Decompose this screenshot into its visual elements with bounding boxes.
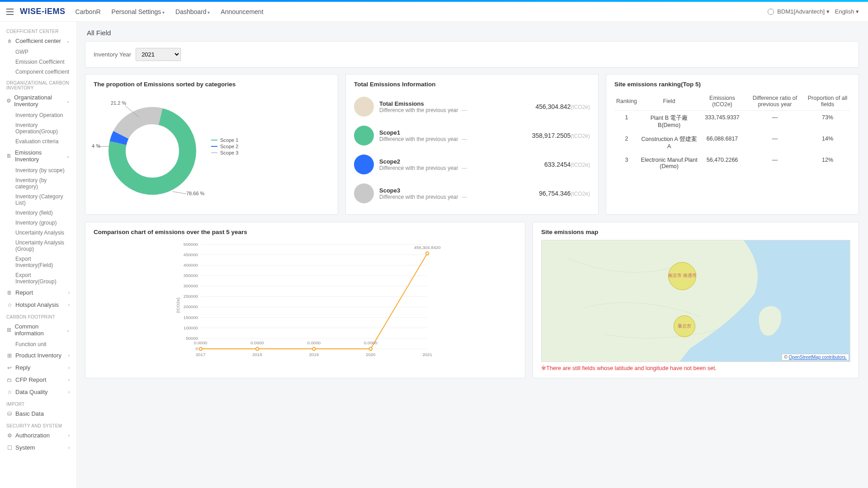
folder-icon: 🗀	[6, 377, 13, 383]
svg-text:50000: 50000	[186, 336, 198, 341]
sidebar-sub-inventory-operation[interactable]: Inventory Operation	[0, 110, 76, 120]
sidebar-item-coefficient-center[interactable]: ⋔Coefficient center⌄	[0, 35, 76, 47]
svg-text:2017: 2017	[196, 352, 205, 357]
user-menu[interactable]: BDM1[Advantech] ▾	[768, 8, 830, 15]
chevron-right-icon: ›	[68, 353, 70, 358]
sidebar-item-authorization[interactable]: ⚙Authorization›	[0, 429, 76, 441]
card-title: The propotion of Emissions sorted by cat…	[94, 81, 330, 88]
card-title: Site emissions map	[541, 229, 850, 235]
site-map[interactable]: 南京市 南通市 臺北市 © OpenStreetMap contributors…	[541, 240, 850, 362]
sidebar-item-hotspot-analysis[interactable]: ☆Hotspot Analysis›	[0, 299, 76, 311]
sidebar-section: COEFFICIENT CENTER	[0, 25, 76, 35]
sidebar-sub-emission-coefficient[interactable]: Emission Coefficient	[0, 57, 76, 67]
point-label: 0.0000	[194, 340, 207, 345]
proportion-card: The propotion of Emissions sorted by cat…	[85, 74, 338, 215]
nav-announcement[interactable]: Announcement	[216, 5, 268, 18]
sidebar-item-cfp-report[interactable]: 🗀CFP Report›	[0, 374, 76, 386]
sidebar-item-data-quality[interactable]: ☆Data Quality›	[0, 386, 76, 398]
emission-value: 96,754.346	[539, 190, 571, 197]
svg-text:2018: 2018	[252, 352, 262, 357]
chevron-down-icon	[207, 8, 210, 15]
emission-diff-label: Difference with the previous year —	[379, 194, 533, 200]
chevron-right-icon: ›	[68, 302, 70, 307]
point-label: 456,304.8420	[414, 245, 441, 250]
point-label: 0.0000	[307, 340, 321, 345]
card-title: Comparison chart of emissions over the p…	[94, 229, 517, 235]
sidebar-sub-evaluation-criteria[interactable]: Evaluation criteria	[0, 136, 76, 146]
donut-label: 21.2 %	[111, 100, 126, 106]
scope-color-icon	[354, 155, 374, 174]
sidebar-sub-inventory-field-[interactable]: Inventory (field)	[0, 208, 76, 218]
svg-text:200000: 200000	[184, 304, 198, 309]
svg-text:0: 0	[196, 346, 198, 351]
donut-legend: Scope 1Scope 2Scope 3	[211, 136, 238, 156]
sidebar-sub-export-inventory-field-[interactable]: Export Inventory(Field)	[0, 254, 76, 270]
sidebar-item-reply[interactable]: ↩Reply›	[0, 361, 76, 374]
svg-point-35	[312, 347, 316, 351]
nav-carbonr[interactable]: CarbonR	[71, 5, 105, 18]
inventory-year-label: Inventory Year	[94, 51, 131, 58]
card-title: Total Emissions Information	[354, 81, 590, 88]
map-attrib-link[interactable]: OpenStreetMap contributors.	[789, 355, 847, 360]
sidebar-sub-uncertainty-analysis-group-[interactable]: Uncertainty Analysis (Group)	[0, 238, 76, 254]
inventory-year-select[interactable]: 2021	[136, 48, 181, 61]
chevron-down-icon	[161, 8, 165, 15]
emission-value: 358,917.2505	[532, 132, 571, 139]
emission-row: Scope1Difference with the previous year …	[354, 121, 590, 150]
svg-text:400000: 400000	[184, 263, 198, 267]
table-header: Difference ratio of previous year	[745, 92, 805, 111]
sidebar-sub-inventory-by-category-[interactable]: Inventory (by category)	[0, 175, 76, 192]
emission-unit: (tCO2e)	[571, 133, 590, 139]
sidebar-sub-inventory-operation-group-[interactable]: Inventory Operation(Group)	[0, 120, 76, 136]
sidebar-sub-gwp[interactable]: GWP	[0, 47, 76, 57]
map-card: Site emissions map 南京市 南通市 臺北市	[533, 222, 859, 378]
sidebar-item-organizational-inventory[interactable]: ⚙Organizational Inventory⌄	[0, 91, 76, 110]
comparison-chart-card: Comparison chart of emissions over the p…	[85, 222, 525, 378]
y-axis-label: (tCO2e)	[175, 298, 180, 313]
map-bubble-label: 南京市 南通市	[668, 272, 697, 279]
sidebar-item-emissions-inventory[interactable]: 🗎Emissions Inventory⌄	[0, 146, 76, 165]
sidebar-sub-inventory-category-list-[interactable]: Inventory (Category List)	[0, 192, 76, 208]
chevron-right-icon: ›	[68, 445, 70, 450]
sidebar-item-product-inventory[interactable]: ⊞Product Inventory›	[0, 349, 76, 361]
map-attribution: © OpenStreetMap contributors.	[782, 354, 849, 361]
nav-dashboard[interactable]: Dashboard	[171, 5, 214, 18]
ranking-table: RankingFieldEmissions (tCO2e)Difference …	[614, 92, 850, 173]
point-label: 0.0000	[364, 340, 377, 345]
emission-diff-label: Difference with the previous year —	[379, 165, 539, 171]
gear-icon: ⚙	[6, 98, 11, 104]
menu-toggle-icon[interactable]	[4, 6, 16, 18]
sidebar-item-system[interactable]: ☐System›	[0, 441, 76, 454]
sidebar-item-report[interactable]: 🗎Report›	[0, 286, 76, 299]
svg-text:150000: 150000	[184, 315, 198, 320]
svg-point-34	[256, 347, 259, 351]
emission-diff-label: Difference with the previous year —	[379, 107, 530, 113]
sidebar-sub-component-coefficient[interactable]: Component coefficient	[0, 67, 76, 77]
sidebar-sub-inventory-by-scope-[interactable]: Inventory (by scope)	[0, 165, 76, 175]
emission-value: 456,304.842	[535, 103, 571, 110]
emission-row: Scope2Difference with the previous year …	[354, 150, 590, 179]
table-cell: 66,088.6817	[699, 132, 745, 153]
main-content: All Field Inventory Year 2021 The propot…	[76, 22, 868, 488]
sidebar-item-common-information[interactable]: ⊞Common information⌄	[0, 320, 76, 339]
map-warning: ※There are still fields whose latitude a…	[541, 365, 850, 371]
table-cell: 333,745.9337	[699, 111, 745, 132]
emission-unit: (tCO2e)	[571, 104, 590, 110]
table-header: Field	[639, 92, 699, 111]
emission-unit: (tCO2e)	[571, 191, 590, 197]
sidebar-sub-uncertainty-analysis[interactable]: Uncertainty Analysis	[0, 228, 76, 238]
svg-point-33	[199, 347, 202, 351]
sidebar-sub-inventory-group-[interactable]: Inventory (group)	[0, 218, 76, 228]
table-cell: —	[745, 111, 805, 132]
emission-diff-label: Difference with the previous year —	[379, 136, 527, 142]
sidebar-sub-export-inventory-group-[interactable]: Export Inventory(Group)	[0, 270, 76, 286]
language-menu[interactable]: English ▾	[835, 8, 859, 15]
sidebar-section: ORGANIZATIONAL CARBON INVENTORY	[0, 77, 76, 91]
table-cell: —	[745, 153, 805, 173]
sidebar-item-basic-data[interactable]: ⛁Basic Data	[0, 408, 76, 420]
reply-icon: ↩	[6, 365, 13, 371]
top-nav: CarbonRPersonal SettingsDashboardAnnounc…	[71, 5, 268, 18]
scope-color-icon	[354, 97, 374, 117]
sidebar-sub-function-unit[interactable]: Function unit	[0, 339, 76, 349]
nav-personal-settings[interactable]: Personal Settings	[107, 5, 170, 18]
